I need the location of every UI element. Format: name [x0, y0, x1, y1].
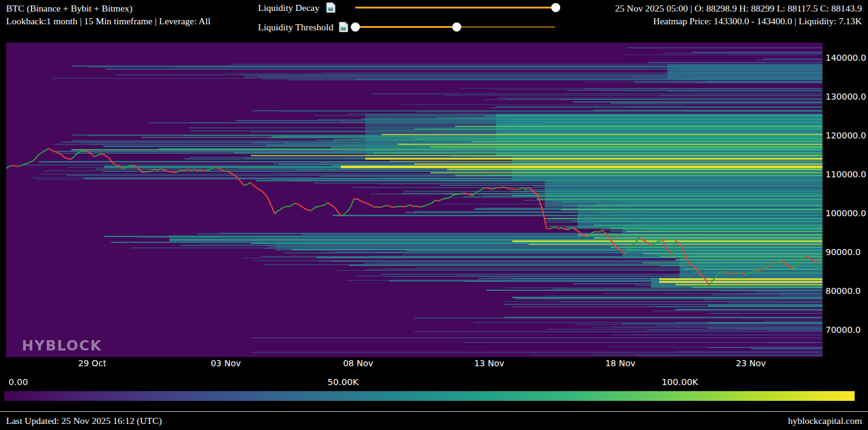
header-left: BTC (Binance + Bybit + Bitmex) Lookback:…: [6, 2, 211, 27]
y-tick-label: 90000.0: [826, 247, 861, 257]
liquidity-threshold-slider-fill: [355, 26, 457, 28]
liquidation-heatmap-canvas[interactable]: [6, 43, 822, 357]
footer-divider: [0, 411, 868, 412]
x-tick-label: 29 Oct: [78, 358, 106, 368]
colorbar-tick-label: 100.00K: [662, 377, 698, 387]
heatmap-price-readout: Heatmap Price: 143300.0 - 143400.0 | Liq…: [615, 15, 862, 27]
x-tick-label: 13 Nov: [474, 358, 504, 368]
y-tick-label: 80000.0: [826, 286, 861, 296]
liquidity-threshold-slider-thumb-low[interactable]: [351, 22, 360, 32]
x-tick-label: 08 Nov: [343, 358, 373, 368]
liquidity-threshold-slider-thumb-high[interactable]: [452, 22, 461, 32]
broken-image-icon: [339, 22, 348, 32]
liquidity-threshold-label: Liquidity Threshold: [258, 22, 333, 33]
x-tick-label: 18 Nov: [605, 358, 636, 368]
hyblock-liquidation-heatmap-page: { "header": { "symbol_line": "BTC (Binan…: [0, 0, 868, 430]
y-tick-label: 70000.0: [826, 325, 861, 335]
broken-image-icon: [326, 2, 336, 13]
liquidity-decay-slider-track[interactable]: [355, 7, 555, 9]
y-tick-label: 130000.0: [826, 92, 866, 101]
y-tick-label: 100000.0: [826, 208, 866, 218]
colorbar-gradient: [4, 391, 855, 401]
x-tick-label: 03 Nov: [211, 358, 241, 368]
last-updated-text: Last Updated: 25 Nov 2025 16:12 (UTC): [6, 415, 162, 426]
y-tick-label: 120000.0: [826, 131, 866, 140]
header-right: 25 Nov 2025 05:00 | O: 88298.9 H: 88299 …: [615, 2, 862, 27]
liquidity-decay-slider-thumb[interactable]: [551, 3, 560, 12]
site-credit-text: hyblockcapital.com: [788, 415, 862, 426]
y-tick-label: 140000.0: [826, 53, 866, 63]
colorbar-tick-label: 50.00K: [327, 377, 358, 387]
ohlc-readout: 25 Nov 2025 05:00 | O: 88298.9 H: 88299 …: [615, 2, 862, 15]
x-tick-label: 23 Nov: [736, 358, 766, 368]
hyblock-watermark: HYBLOCK: [22, 338, 102, 353]
settings-line: Lookback:1 month | 15 Min timeframe | Le…: [6, 15, 211, 27]
colorbar-tick-label: 0.00: [8, 377, 28, 387]
liquidity-decay-label: Liquidity Decay: [258, 2, 319, 13]
symbol-title: BTC (Binance + Bybit + Bitmex): [6, 2, 211, 15]
y-tick-label: 110000.0: [826, 169, 866, 179]
